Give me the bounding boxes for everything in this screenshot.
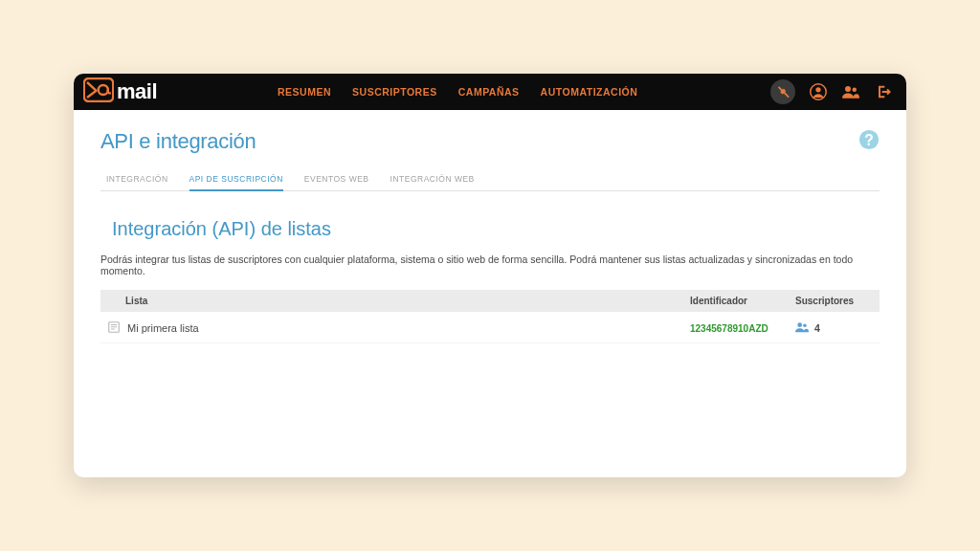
logo-icon bbox=[83, 77, 114, 106]
tab-integracion-web[interactable]: INTEGRACIÓN WEB bbox=[390, 169, 475, 190]
section: Integración (API) de listas Podrás integ… bbox=[100, 218, 880, 343]
table-header: Lista Identificador Suscriptores bbox=[100, 290, 880, 312]
app-window: mail RESUMEN SUSCRIPTORES CAMPAÑAS AUTOM… bbox=[74, 74, 906, 477]
svg-point-5 bbox=[853, 88, 858, 93]
section-title: Integración (API) de listas bbox=[112, 218, 880, 240]
account-icon[interactable] bbox=[809, 82, 828, 101]
nav-automatizacion[interactable]: AUTOMATIZACIÓN bbox=[541, 86, 638, 98]
svg-point-3 bbox=[815, 87, 820, 92]
svg-point-4 bbox=[845, 86, 851, 92]
logout-icon[interactable] bbox=[874, 82, 893, 101]
svg-point-13 bbox=[803, 324, 807, 328]
svg-text:?: ? bbox=[864, 132, 874, 148]
col-identificador: Identificador bbox=[690, 296, 795, 306]
row-suscriptores: 4 bbox=[795, 321, 872, 335]
tab-integracion[interactable]: INTEGRACIÓN bbox=[106, 169, 168, 190]
table-row[interactable]: Mi primera lista 12345678910AZD 4 bbox=[100, 312, 880, 343]
page-content: API e integración ? INTEGRACIÓN API DE S… bbox=[74, 110, 906, 477]
tab-eventos-web[interactable]: EVENTOS WEB bbox=[304, 169, 369, 190]
brand-name: mail bbox=[117, 79, 157, 104]
subscribers-count: 4 bbox=[814, 322, 820, 334]
svg-rect-9 bbox=[111, 324, 117, 325]
svg-rect-11 bbox=[111, 329, 115, 330]
brand-logo[interactable]: mail bbox=[83, 77, 157, 106]
page-title: API e integración bbox=[100, 129, 880, 154]
col-suscriptores: Suscriptores bbox=[795, 296, 872, 306]
svg-point-12 bbox=[797, 322, 802, 327]
nav-suscriptores[interactable]: SUSCRIPTORES bbox=[352, 86, 437, 98]
nav-campanas[interactable]: CAMPAÑAS bbox=[458, 86, 520, 98]
row-identificador: 12345678910AZD bbox=[690, 323, 795, 334]
users-icon[interactable] bbox=[841, 82, 860, 101]
tab-api-suscripcion[interactable]: API DE SUSCRIPCIÓN bbox=[189, 169, 283, 191]
row-lista: Mi primera lista bbox=[127, 322, 690, 334]
lists-table: Lista Identificador Suscriptores Mi prim… bbox=[100, 290, 880, 343]
help-icon[interactable]: ? bbox=[858, 129, 880, 150]
svg-rect-10 bbox=[111, 326, 117, 327]
tools-icon[interactable] bbox=[770, 79, 795, 104]
list-icon bbox=[108, 321, 127, 335]
tabs: INTEGRACIÓN API DE SUSCRIPCIÓN EVENTOS W… bbox=[100, 169, 880, 191]
svg-point-1 bbox=[99, 85, 108, 95]
section-description: Podrás integrar tus listas de suscriptor… bbox=[100, 253, 880, 276]
col-lista: Lista bbox=[108, 296, 690, 306]
nav-resumen[interactable]: RESUMEN bbox=[278, 86, 331, 98]
header-actions bbox=[770, 79, 893, 104]
main-nav: RESUMEN SUSCRIPTORES CAMPAÑAS AUTOMATIZA… bbox=[278, 86, 637, 98]
subscribers-icon bbox=[795, 321, 809, 335]
header-bar: mail RESUMEN SUSCRIPTORES CAMPAÑAS AUTOM… bbox=[74, 74, 906, 110]
